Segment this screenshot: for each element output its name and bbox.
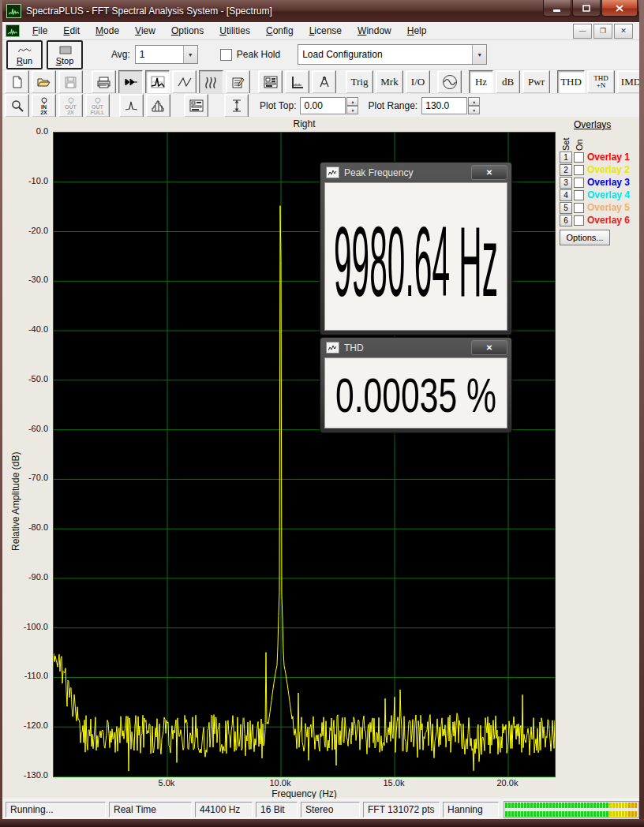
overlay-3-checkbox[interactable]: [574, 178, 584, 188]
units-pwr-button[interactable]: Pwr: [522, 70, 550, 94]
display-options-button[interactable]: [258, 70, 283, 94]
open-file-button[interactable]: [32, 70, 56, 94]
overlay-3-set-button[interactable]: 3: [560, 177, 572, 189]
status-bit-depth: 16 Bit: [256, 802, 298, 818]
thd-titlebar[interactable]: THD ✕: [324, 338, 507, 357]
thd-window[interactable]: THD ✕ 0.00035 %: [320, 337, 512, 433]
zoom-in-2x-button[interactable]: IN2X: [32, 94, 56, 118]
chevron-down-icon: ▼: [472, 45, 486, 64]
overlay-1-set-button[interactable]: 1: [560, 152, 572, 163]
overlay-4-set-button[interactable]: 4: [560, 189, 572, 201]
overlay-6-checkbox[interactable]: [574, 215, 584, 226]
menu-options[interactable]: Options: [165, 23, 210, 39]
save-icon: [65, 77, 77, 88]
document-icon[interactable]: [6, 24, 20, 37]
overlay-5-checkbox[interactable]: [574, 203, 584, 213]
thd-n-button[interactable]: THD+N: [587, 70, 615, 94]
overlay-5-label: Overlay 5: [587, 202, 630, 213]
fast-forward-button[interactable]: [118, 70, 143, 94]
overlay-5-set-button[interactable]: 5: [560, 202, 572, 214]
new-file-button[interactable]: [5, 70, 29, 94]
status-fft-size: FFT 131072 pts: [363, 802, 440, 818]
overlay-options-button[interactable]: Options...: [560, 230, 610, 245]
menu-config[interactable]: Config: [260, 23, 300, 39]
avg-select[interactable]: 1 ▼: [135, 45, 198, 64]
plot-options-button[interactable]: [184, 94, 208, 118]
overlay-row-5: 5 Overlay 5: [560, 201, 638, 214]
histogram-button[interactable]: [146, 94, 170, 118]
peak-hold-label: Peak Hold: [237, 49, 280, 60]
peak-frequency-window[interactable]: Peak Frequency ✕ 9980.64 Hz: [320, 162, 512, 335]
y-tick-label: -130.0: [2, 770, 48, 780]
menu-view[interactable]: View: [129, 23, 162, 39]
mdi-minimize-button[interactable]: —: [573, 24, 592, 39]
fast-forward-icon: [124, 77, 138, 87]
close-icon[interactable]: ✕: [471, 340, 507, 355]
overlay-1-checkbox[interactable]: [574, 152, 584, 163]
plot-range-input[interactable]: 130.0: [421, 97, 467, 114]
peak-curve-icon: [125, 100, 139, 111]
maximize-button[interactable]: [572, 0, 601, 17]
peak-curve-button[interactable]: [119, 94, 144, 118]
thd-button[interactable]: THD: [557, 70, 585, 94]
mdi-restore-button[interactable]: ❐: [593, 24, 612, 39]
y-tick-label: -20.0: [2, 226, 48, 235]
ruler-button[interactable]: [285, 70, 309, 94]
peak-hold-checkbox[interactable]: [220, 49, 232, 61]
peak-frequency-titlebar[interactable]: Peak Frequency ✕: [324, 163, 507, 182]
spectrogram-view-icon: [204, 77, 219, 88]
plot-top-spinner[interactable]: ▲▼: [346, 97, 358, 114]
y-tick-label: -90.0: [2, 572, 48, 582]
y-tick-label: -60.0: [2, 424, 48, 433]
spectrum-view-button[interactable]: [145, 70, 170, 94]
menu-utilities[interactable]: Utilities: [213, 23, 256, 39]
overlay-2-set-button[interactable]: 2: [560, 164, 572, 176]
level-meter-left: [505, 803, 638, 808]
vertical-scale-button[interactable]: [224, 94, 249, 118]
notes-button[interactable]: [226, 70, 250, 94]
overlay-2-checkbox[interactable]: [574, 165, 584, 175]
close-button[interactable]: [601, 0, 638, 17]
statusbar: Running... Real Time 44100 Hz 16 Bit Ste…: [2, 799, 639, 820]
waveform-view-button[interactable]: [172, 70, 197, 94]
transport-toolbar: Run Stop Avg: 1 ▼ Peak Hold Load Configu…: [2, 39, 639, 69]
units-hz-button[interactable]: Hz: [469, 70, 493, 94]
close-icon[interactable]: ✕: [471, 165, 507, 180]
zoom-button[interactable]: [5, 94, 29, 118]
menu-help[interactable]: Help: [401, 23, 433, 39]
load-configuration-select[interactable]: Load Configuration ▼: [298, 44, 487, 65]
minimize-button[interactable]: [543, 0, 571, 17]
run-button[interactable]: Run: [6, 40, 43, 69]
menu-mode[interactable]: Mode: [89, 23, 125, 39]
signal-generator-button[interactable]: [437, 70, 462, 94]
thd-title: THD: [344, 342, 364, 354]
menu-license[interactable]: License: [303, 23, 348, 39]
app-icon: [6, 4, 21, 18]
mdi-close-button[interactable]: ✕: [614, 24, 633, 39]
y-tick-label: -10.0: [2, 176, 48, 185]
y-tick-label: -110.0: [2, 671, 48, 680]
menu-file[interactable]: File: [26, 23, 54, 39]
io-button[interactable]: I/O: [406, 70, 430, 94]
trigger-button[interactable]: Trig: [346, 70, 373, 94]
marker-button[interactable]: Mrk: [376, 70, 403, 94]
app-window: SpectraPLUS - FFT Spectral Analysis Syst…: [0, 0, 644, 827]
overlay-6-set-button[interactable]: 6: [560, 215, 572, 226]
overlay-2-label: Overlay 2: [587, 164, 630, 175]
menu-window[interactable]: Window: [351, 23, 398, 39]
spectrogram-view-button[interactable]: [199, 70, 223, 94]
plot-top-input[interactable]: 0.00: [300, 97, 346, 114]
spin-up-icon: ▲: [346, 97, 358, 106]
calipers-button[interactable]: [312, 70, 336, 94]
units-db-button[interactable]: dB: [496, 70, 520, 94]
overlay-4-checkbox[interactable]: [574, 190, 584, 200]
spectrum-workspace: Right 0.0-10.0-20.0-30.0-40.0-50.0-60.0-…: [2, 117, 639, 799]
menu-edit[interactable]: Edit: [57, 23, 86, 39]
x-tick-label: 10.0k: [261, 778, 299, 788]
plot-range-spinner[interactable]: ▲▼: [468, 97, 480, 114]
peak-frequency-display: 9980.64 Hz: [324, 182, 507, 331]
print-button[interactable]: [92, 70, 116, 94]
overlays-panel: Overlays Set On 1 Overlay 1 2 Overlay 2 …: [560, 119, 638, 245]
stop-button[interactable]: Stop: [47, 40, 83, 69]
mini-waveform-icon: [326, 342, 339, 354]
